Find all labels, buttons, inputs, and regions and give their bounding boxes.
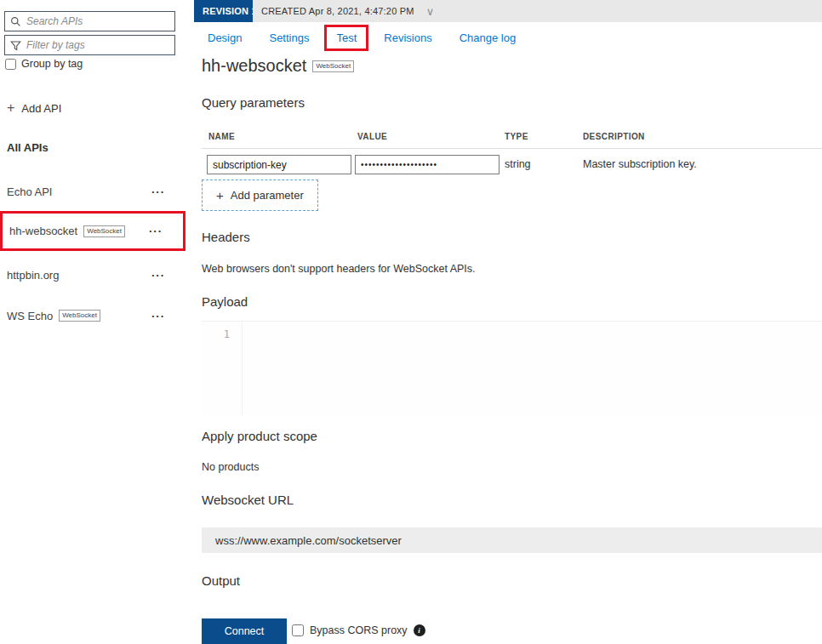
tab-settings[interactable]: Settings	[257, 25, 321, 51]
search-apis-box	[4, 11, 175, 31]
more-options-icon[interactable]: ···	[151, 185, 177, 198]
websocket-badge: WebSocket	[312, 60, 354, 72]
column-header-value: VALUE	[357, 132, 387, 141]
headers-note: Web browsers don't support headers for W…	[202, 263, 476, 275]
sidebar-item-httpbin[interactable]: httpbin.org ···	[0, 255, 186, 294]
sidebar-item-hh-websocket[interactable]: hh-websocket WebSocket ···	[0, 211, 186, 251]
more-options-icon[interactable]: ···	[151, 269, 177, 282]
output-heading: Output	[202, 573, 240, 588]
filter-tags-box	[4, 35, 175, 55]
product-scope-heading: Apply product scope	[202, 429, 317, 443]
search-icon	[10, 16, 21, 27]
websocket-badge: WebSocket	[83, 225, 125, 237]
sidebar-item-ws-echo[interactable]: WS Echo WebSocket ···	[0, 296, 186, 335]
group-by-tag-checkbox[interactable]	[5, 59, 16, 70]
payload-heading: Payload	[202, 294, 248, 309]
api-sidebar: Group by tag + Add API All APIs Echo API…	[0, 0, 186, 644]
page-title-row: hh-websocket WebSocket	[202, 56, 354, 76]
payload-editor: 1	[202, 321, 822, 416]
group-by-tag-label: Group by tag	[21, 58, 83, 70]
tab-test[interactable]: Test	[324, 25, 368, 51]
column-header-type: TYPE	[505, 132, 528, 141]
param-value-input[interactable]	[355, 155, 499, 174]
chevron-down-icon[interactable]: ∨	[426, 5, 435, 18]
tab-design[interactable]: Design	[196, 25, 254, 51]
more-options-icon[interactable]: ···	[151, 310, 177, 322]
add-parameter-label: Add parameter	[231, 189, 304, 202]
add-api-button[interactable]: + Add API	[7, 100, 61, 116]
websocket-url-heading: Websocket URL	[202, 493, 294, 507]
search-apis-input[interactable]	[26, 15, 169, 27]
add-api-label: Add API	[21, 102, 61, 115]
filter-icon	[10, 40, 21, 51]
query-parameters-heading: Query parameters	[202, 95, 305, 110]
group-by-tag-row: Group by tag	[5, 58, 83, 70]
sidebar-item-echo-api[interactable]: Echo API ···	[0, 172, 186, 211]
column-header-name: NAME	[208, 132, 235, 141]
api-item-label: WS Echo	[7, 310, 53, 322]
bypass-cors-label: Bypass CORS proxy	[310, 624, 408, 636]
tab-bar: Design Settings Test Revisions Change lo…	[196, 25, 528, 51]
websocket-badge: WebSocket	[59, 310, 100, 322]
editor-line-number: 1	[202, 322, 243, 416]
created-strip: CREATED Apr 8, 2021, 4:47:20 PM ∨	[253, 0, 822, 22]
bypass-cors-row: Bypass CORS proxy i	[292, 624, 425, 636]
filter-tags-input[interactable]	[26, 39, 169, 51]
page-title: hh-websocket	[202, 56, 306, 76]
param-type: string	[505, 158, 531, 170]
all-apis-heading: All APIs	[7, 141, 49, 154]
table-divider	[202, 148, 822, 149]
api-item-label: Echo API	[7, 185, 52, 198]
add-parameter-button[interactable]: + Add parameter	[202, 180, 318, 211]
more-options-icon[interactable]: ···	[149, 225, 174, 237]
headers-heading: Headers	[202, 230, 250, 244]
page: Group by tag + Add API All APIs Echo API…	[0, 0, 822, 644]
bypass-cors-checkbox[interactable]	[292, 624, 304, 636]
api-item-label: hh-websocket	[9, 225, 77, 237]
column-header-description: DESCRIPTION	[583, 132, 645, 141]
param-name-input[interactable]	[207, 155, 351, 174]
product-scope-value: No products	[202, 461, 259, 473]
tab-revisions[interactable]: Revisions	[372, 25, 443, 51]
plus-icon: +	[216, 188, 224, 202]
api-item-label: httpbin.org	[7, 269, 59, 282]
connect-button[interactable]: Connect	[202, 618, 287, 644]
info-icon[interactable]: i	[414, 624, 425, 636]
created-text: CREATED Apr 8, 2021, 4:47:20 PM	[261, 6, 414, 16]
plus-icon: +	[7, 100, 14, 116]
param-description: Master subscription key.	[583, 158, 697, 170]
tab-change-log[interactable]: Change log	[448, 25, 528, 51]
payload-code-area[interactable]	[243, 322, 822, 416]
websocket-url-value: wss://www.example.com/socketserver	[202, 527, 822, 553]
